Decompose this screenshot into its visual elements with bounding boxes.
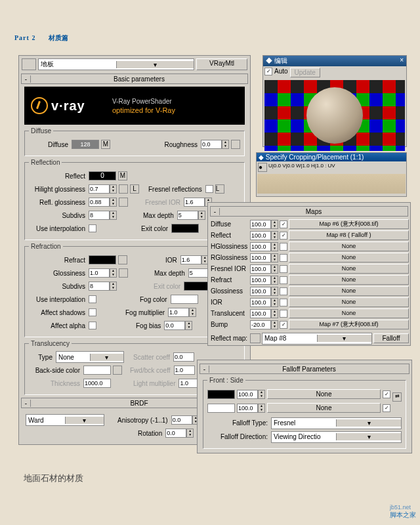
map-amount-spinner[interactable]: ▲▼: [250, 320, 278, 329]
map-row: Refract▲▼None: [209, 274, 409, 285]
map-name: Diffuse: [209, 220, 249, 228]
translucency-type-combo[interactable]: None▾: [56, 351, 124, 363]
falloff-color-swatch[interactable]: [207, 390, 235, 399]
diffuse-color-swatch[interactable]: 128: [72, 140, 99, 149]
basic-parameters-header[interactable]: -Basic parameters: [21, 74, 248, 84]
refl-gloss-spinner[interactable]: ▲▼: [89, 198, 117, 207]
reflect-map-combo[interactable]: Map #8▾: [262, 333, 372, 345]
roughness-map-button[interactable]: [231, 140, 240, 149]
falloff-row: ▲▼None✓: [207, 402, 390, 414]
falloff-amount-spinner[interactable]: ▲▼: [237, 390, 265, 399]
map-amount-spinner[interactable]: ▲▼: [250, 220, 278, 229]
map-amount-spinner[interactable]: ▲▼: [250, 276, 278, 285]
refl-useinterp-checkbox[interactable]: [89, 224, 96, 232]
hilight-gloss-spinner[interactable]: ▲▼: [89, 184, 117, 194]
map-amount-spinner[interactable]: ▲▼: [250, 231, 278, 240]
reflect-map-picker-icon[interactable]: [250, 333, 261, 343]
diffuse-map-button[interactable]: M: [101, 140, 110, 149]
map-enable-checkbox[interactable]: [280, 265, 287, 273]
preview-sphere: [306, 87, 363, 144]
falloff-enable-checkbox[interactable]: ✓: [383, 404, 390, 412]
material-name-combo[interactable]: 地板▾: [38, 58, 194, 70]
falloff-enable-checkbox[interactable]: ✓: [383, 390, 390, 398]
falloff-map-button[interactable]: None: [267, 389, 381, 399]
map-slot-button[interactable]: Map #6 (意大利008.tif): [289, 219, 409, 229]
map-slot-button[interactable]: None: [289, 253, 409, 262]
map-enable-checkbox[interactable]: ✓: [280, 321, 287, 329]
map-enable-checkbox[interactable]: [280, 299, 287, 306]
affect-alpha-checkbox[interactable]: [89, 322, 96, 329]
vray-banner: v·ray V-Ray PowerShaderoptimized for V-R…: [24, 87, 245, 125]
map-name: Refract: [209, 276, 249, 284]
falloff-map-button[interactable]: None: [267, 403, 381, 413]
backside-color-swatch[interactable]: [83, 366, 111, 375]
map-row: Fresnel IOR▲▼None: [209, 263, 409, 274]
swap-icon[interactable]: ⇄: [392, 392, 402, 402]
close-icon[interactable]: ×: [400, 56, 404, 66]
map-slot-button[interactable]: None: [289, 308, 409, 318]
reflect-color-swatch[interactable]: 0: [89, 171, 116, 180]
map-enable-checkbox[interactable]: [280, 276, 287, 284]
map-enable-checkbox[interactable]: [280, 310, 287, 318]
ior-spinner[interactable]: ▲▼: [180, 255, 209, 264]
map-name: Glossiness: [209, 287, 249, 295]
map-name: Translucent: [209, 310, 249, 317]
refl-exit-color[interactable]: [171, 224, 199, 233]
falloff-color-swatch[interactable]: [207, 404, 235, 413]
map-slot-button[interactable]: None: [289, 297, 409, 307]
chevron-down-icon[interactable]: ▾: [116, 61, 194, 68]
map-slot-button[interactable]: None: [289, 286, 409, 296]
fog-bias-spinner[interactable]: ▲▼: [164, 321, 192, 330]
map-enable-checkbox[interactable]: [280, 287, 287, 295]
falloff-type-combo[interactable]: Fresnel▾: [271, 417, 402, 429]
map-slot-button[interactable]: Map #7 (意大利008.tif): [289, 320, 409, 329]
map-row: IOR▲▼None: [209, 297, 409, 308]
refr-useinterp-checkbox[interactable]: [89, 295, 96, 303]
refract-color-swatch[interactable]: [89, 255, 116, 264]
map-slot-button[interactable]: None: [289, 264, 409, 274]
crop-tool-icon[interactable]: ●: [258, 163, 267, 172]
anisotropy-spinner[interactable]: ▲▼: [171, 415, 200, 425]
affect-shadows-checkbox[interactable]: [89, 308, 96, 316]
map-amount-spinner[interactable]: ▲▼: [250, 242, 278, 251]
refr-gloss-spinner[interactable]: ▲▼: [89, 268, 117, 278]
roughness-spinner[interactable]: ▲▼: [201, 140, 229, 149]
map-amount-spinner[interactable]: ▲▼: [250, 309, 278, 318]
fresnel-lock[interactable]: L: [215, 184, 224, 194]
reflect-map-button[interactable]: M: [118, 171, 127, 180]
refl-maxdepth-spinner[interactable]: ▲▼: [177, 211, 205, 220]
map-enable-checkbox[interactable]: [280, 243, 287, 251]
map-row: Reflect▲▼✓Map #8 ( Falloff ): [209, 230, 409, 241]
fog-color-swatch[interactable]: [171, 295, 198, 304]
material-picker-icon[interactable]: [22, 58, 36, 70]
map-amount-spinner[interactable]: ▲▼: [250, 298, 278, 307]
fresnel-checkbox[interactable]: [205, 185, 213, 193]
fog-mult-spinner[interactable]: ▲▼: [168, 308, 196, 317]
maps-header[interactable]: -Maps: [210, 206, 408, 217]
lock-button[interactable]: L: [130, 184, 139, 194]
map-name: Bump: [209, 321, 249, 328]
rotation-spinner[interactable]: ▲▼: [165, 429, 194, 438]
material-type-button[interactable]: VRayMtl: [196, 58, 247, 70]
map-amount-spinner[interactable]: ▲▼: [250, 264, 278, 274]
diffuse-label: Diffuse: [29, 141, 70, 148]
falloff-amount-spinner[interactable]: ▲▼: [237, 404, 265, 413]
update-button[interactable]: Update: [290, 68, 320, 77]
map-row: RGlossiness▲▼None: [209, 252, 409, 263]
brdf-type-combo[interactable]: Ward▾: [26, 414, 104, 426]
map-slot-button[interactable]: Map #8 ( Falloff ): [289, 230, 409, 240]
map-slot-button[interactable]: None: [289, 275, 409, 285]
crop-image-preview[interactable]: [257, 174, 406, 194]
falloff-direction-combo[interactable]: Viewing Directio▾: [271, 431, 402, 443]
map-amount-spinner[interactable]: ▲▼: [250, 253, 278, 262]
refl-subdivs-spinner[interactable]: ▲▼: [89, 211, 117, 220]
auto-checkbox[interactable]: ✓: [264, 68, 272, 75]
map-amount-spinner[interactable]: ▲▼: [250, 287, 278, 296]
map-enable-checkbox[interactable]: [280, 254, 287, 262]
falloff-type-button[interactable]: Falloff: [373, 333, 409, 343]
falloff-header[interactable]: -Falloff Parameters: [200, 364, 410, 374]
map-slot-button[interactable]: None: [289, 242, 409, 251]
map-enable-checkbox[interactable]: ✓: [280, 220, 287, 228]
map-enable-checkbox[interactable]: ✓: [280, 232, 287, 240]
refr-subdivs-spinner[interactable]: ▲▼: [89, 282, 117, 291]
